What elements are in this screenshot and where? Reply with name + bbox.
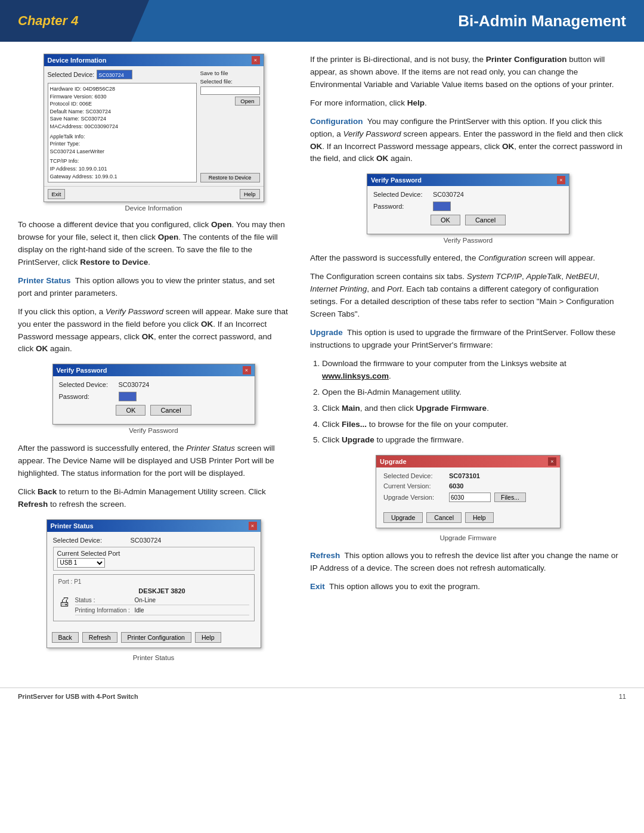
verify-dialog-right-body: Selected Device: SC030724 Password: OK C… (367, 186, 569, 234)
right-help-para: For more information, click Help. (310, 97, 626, 110)
verify-cancel-btn-left[interactable]: Cancel (150, 405, 191, 416)
ps-printer-name: DESKJET 3820 (75, 587, 249, 594)
upgrade-steps-list: Download the firmware to your computer f… (322, 358, 626, 447)
refresh-heading-para: Refresh This option allows you to refres… (310, 550, 626, 575)
upgrade-step-3: Click Main, and then click Upgrade Firmw… (322, 402, 626, 415)
ps-titlebar: Printer Status × (47, 520, 261, 532)
footer-left: PrintServer for USB with 4-Port Switch (18, 693, 138, 700)
device-info-title: Device Information (48, 57, 107, 64)
upgrade-heading-para: Upgrade This option is used to upgrade t… (310, 327, 626, 352)
page-header: Chapter 4 Bi-Admin Management (0, 0, 644, 42)
ps-help-btn[interactable]: Help (195, 632, 221, 643)
exit-button[interactable]: Exit (48, 189, 66, 199)
verify-password-dialog-left: Verify Password × Selected Device: SC030… (52, 364, 255, 425)
verify-dialog-right-caption: Verify Password (367, 237, 569, 244)
printer-status-dialog-wrapper: Printer Status × Selected Device: SC0307… (47, 519, 261, 661)
printer-icon: 🖨 (58, 595, 70, 609)
configuration-heading-para: Configuration You may configure the Prin… (310, 116, 626, 166)
left-column: Device Information × Selected Device: SC… (18, 54, 304, 670)
exit-heading-para: Exit This option allows you to exit the … (310, 581, 626, 593)
upgrade-close-btn[interactable]: × (548, 457, 556, 466)
verify-cancel-btn-right[interactable]: Cancel (465, 215, 506, 225)
ps-printing-info-row: Printing Information : Idle (75, 607, 249, 615)
device-select[interactable]: SC030724 (97, 70, 132, 79)
upgrade-device-row: Selected Device: SC073101 (383, 472, 553, 479)
configuration-term: Configuration (310, 117, 363, 126)
ps-device-row: Selected Device: SC030724 (53, 537, 255, 544)
ps-port-selection: Current Selected Port USB 1 (53, 547, 255, 571)
verify-password-input-left[interactable] (119, 392, 137, 401)
verify-dialog-right-title: Verify Password (371, 176, 422, 184)
upgrade-device-value: SC073101 (449, 472, 480, 479)
upgrade-step-5: Click Upgrade to upgrade the firmware. (322, 434, 626, 447)
printer-status-heading-para: Printer Status This option allows you to… (18, 275, 289, 300)
upgrade-cancel-btn[interactable]: Cancel (426, 512, 462, 523)
ps-port-select[interactable]: USB 1 (57, 558, 105, 568)
verify-dialog-left-close[interactable]: × (243, 366, 251, 374)
upgrade-current-label: Current Version: (383, 482, 449, 490)
verify-password-label-left: Password: (59, 393, 119, 400)
verify-dialog-right-close[interactable]: × (557, 176, 565, 184)
upgrade-version-input[interactable] (449, 493, 491, 502)
device-info-left-panel: Selected Device: SC030724 Hardware ID: 0… (48, 70, 197, 182)
config-after-para: After the password is successfully enter… (310, 252, 626, 265)
verify-ok-btn-right[interactable]: OK (431, 215, 460, 225)
verify-password-input-right[interactable] (433, 202, 451, 211)
ps-port-inner: 🖨 DESKJET 3820 Status : On-Line Printing… (58, 587, 249, 617)
upgrade-device-label: Selected Device: (383, 472, 449, 479)
ps-back-btn[interactable]: Back (52, 632, 79, 643)
ps-close-btn[interactable]: × (249, 522, 257, 530)
device-info-text: Hardware ID: 04D9B56C28 Firmware Version… (48, 83, 197, 182)
page-title-area: Bi-Admin Management (131, 0, 644, 42)
ps-refresh-btn[interactable]: Refresh (82, 632, 117, 643)
upgrade-body: Selected Device: SC073101 Current Versio… (376, 467, 560, 510)
ps-config-btn[interactable]: Printer Configuration (121, 632, 191, 643)
upgrade-version-input-row: Files... (449, 493, 526, 502)
ps-status-label: Status : (75, 597, 135, 603)
restore-to-device-btn[interactable]: Restore to Device (200, 173, 260, 182)
device-info-right-panel: Save to file Selected file: Open Restore… (200, 70, 260, 182)
device-info-titlebar: Device Information × (44, 54, 264, 66)
verify-ok-btn-left[interactable]: OK (116, 405, 145, 416)
printer-status-dialog: Printer Status × Selected Device: SC0307… (47, 519, 261, 648)
help-button[interactable]: Help (240, 189, 260, 199)
left-para1: To choose a different device that you co… (18, 219, 289, 269)
ps-current-port-label: Current Selected Port (57, 550, 120, 557)
ps-title: Printer Status (51, 522, 94, 529)
printer-status-term: Printer Status (18, 276, 71, 285)
open-button[interactable]: Open (235, 97, 259, 106)
ps-printer-info: DESKJET 3820 Status : On-Line Printing I… (75, 587, 249, 617)
verify-dialog-left-body: Selected Device: SC030724 Password: OK C… (53, 376, 255, 424)
device-info-file-area: Save to file Selected file: Open (200, 70, 260, 106)
selected-device-label: Selected Device: (48, 71, 95, 78)
upgrade-step-1: Download the firmware to your computer f… (322, 358, 626, 383)
device-info-body: Selected Device: SC030724 Hardware ID: 0… (44, 66, 264, 186)
verify-device-label-left: Selected Device: (59, 381, 119, 388)
upgrade-caption: Upgrade Firmware (376, 534, 561, 541)
main-content: Device Information × Selected Device: SC… (0, 42, 644, 688)
ps-device-label: Selected Device: (53, 537, 131, 544)
page-title: Bi-Admin Management (458, 12, 626, 30)
footer-right: 11 (619, 693, 626, 700)
ps-body: Selected Device: SC030724 Current Select… (47, 532, 261, 628)
verify-dialog-left-buttons: OK Cancel (59, 405, 249, 419)
upgrade-dialog: Upgrade × Selected Device: SC073101 Curr… (376, 455, 561, 528)
refresh-term: Refresh (310, 551, 340, 560)
verify-dialog-left-caption: Verify Password (52, 427, 255, 434)
selected-file-input[interactable] (200, 86, 260, 95)
ps-port-dropdown-row: USB 1 (57, 558, 250, 568)
verify-password-label-right: Password: (373, 203, 433, 210)
ps-status-value: On-Line (135, 597, 156, 603)
linksys-link[interactable]: www.linksys.com (322, 371, 389, 380)
upgrade-files-btn[interactable]: Files... (494, 493, 526, 502)
upgrade-help-btn[interactable]: Help (465, 512, 494, 523)
save-to-file-label: Save to file (200, 70, 260, 76)
device-info-close-btn[interactable]: × (252, 56, 260, 64)
upgrade-upgrade-btn[interactable]: Upgrade (383, 512, 423, 523)
verify-dialog-left-title: Verify Password (57, 367, 107, 374)
right-intro-para: If the printer is Bi-directional, and is… (310, 54, 626, 91)
device-info-toolbar: Selected Device: SC030724 (48, 70, 197, 79)
verify-password-row-right: Password: (373, 202, 563, 211)
verify-dialog-right-buttons: OK Cancel (373, 215, 563, 229)
verify-password-dialog-right: Verify Password × Selected Device: SC030… (367, 174, 569, 234)
